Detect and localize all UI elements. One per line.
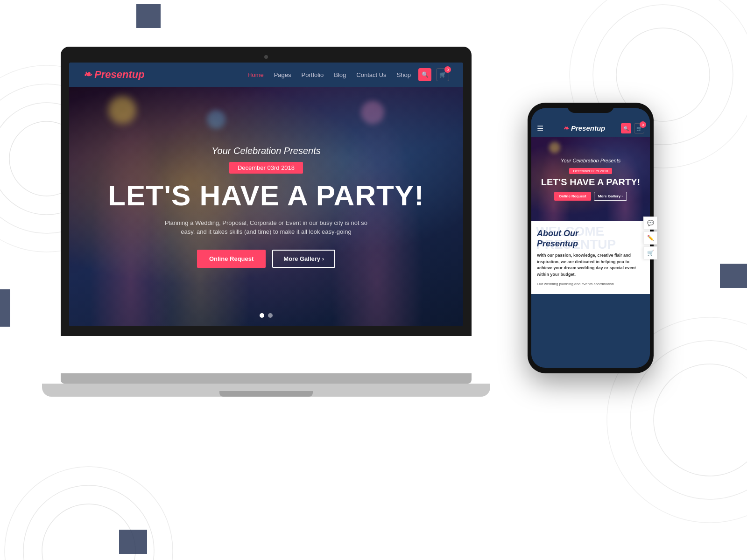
phone-about-subdescription: Our wedding planning and events coordina… <box>537 281 644 287</box>
nav-home[interactable]: Home <box>247 71 264 78</box>
hamburger-icon[interactable]: ☰ <box>537 124 543 133</box>
site-header: ❧ Presentup Home Pages Portfolio Blog Co… <box>69 63 463 87</box>
cart-badge: 0 <box>444 66 451 73</box>
phone-nav-icons: 🔍 🛒 0 <box>621 123 644 133</box>
phone-screen: ☰ ❧ Presentup 🔍 🛒 0 <box>531 108 650 368</box>
phone-about-section: WELCOME PRESENTUP About Our Presentup Wi… <box>531 221 650 294</box>
hero-dot-2[interactable] <box>268 313 273 318</box>
phone-cart-side-icon[interactable]: 🛒 <box>643 246 657 259</box>
phone-chat-icon[interactable]: 💬 <box>643 217 657 230</box>
laptop-screen: ❧ Presentup Home Pages Portfolio Blog Co… <box>69 63 463 326</box>
phone-about-title: About Our Presentup <box>537 229 644 249</box>
site-logo: ❧ Presentup <box>83 69 145 81</box>
phone-hero: Your Celebration Presents December 03rd … <box>531 137 650 221</box>
phone-notch <box>567 103 614 113</box>
laptop-camera <box>264 55 268 59</box>
hero-subtitle: Your Celebration Presents <box>108 146 424 156</box>
nav-blog[interactable]: Blog <box>334 71 346 78</box>
phone-cart-badge: 0 <box>640 121 646 128</box>
hero-dots <box>260 313 273 318</box>
phone-hero-date: December 03rd 2018 <box>569 168 612 174</box>
phone-edit-icon[interactable]: ✏️ <box>643 231 657 245</box>
phone-hero-title: LET'S HAVE A PARTY! <box>541 177 641 187</box>
svg-point-10 <box>654 364 747 476</box>
phone-hero-content: Your Celebration Presents December 03rd … <box>537 158 644 201</box>
nav-pages[interactable]: Pages <box>274 71 291 78</box>
svg-point-6 <box>5 467 173 560</box>
laptop-body: ❧ Presentup Home Pages Portfolio Blog Co… <box>61 47 472 336</box>
phone-side-icons: 💬 ✏️ 🛒 <box>643 217 657 259</box>
phone-more-gallery-button[interactable]: More Gallery › <box>594 192 627 201</box>
deco-square-2 <box>0 289 10 327</box>
phone-hero-subtitle: Your Celebration Presents <box>541 158 641 163</box>
deco-square-3 <box>720 264 747 288</box>
nav-icons: 🔍 🛒 0 <box>418 68 449 81</box>
hero-content: Your Celebration Presents December 03rd … <box>108 146 424 268</box>
laptop-base <box>42 384 490 397</box>
online-request-button[interactable]: Online Request <box>197 250 266 268</box>
laptop-bottom-bar <box>61 373 472 384</box>
hero-date-badge: December 03rd 2018 <box>229 162 303 174</box>
phone-about-description: With our passion, knowledge, creative fl… <box>537 252 644 278</box>
nav-portfolio[interactable]: Portfolio <box>302 71 324 78</box>
hero-dot-1[interactable] <box>260 313 264 318</box>
search-icon-btn[interactable]: 🔍 <box>418 68 431 81</box>
more-gallery-button[interactable]: More Gallery › <box>272 250 335 268</box>
deco-square-1 <box>136 4 161 28</box>
hero-buttons: Online Request More Gallery › <box>108 250 424 268</box>
site-nav: Home Pages Portfolio Blog Contact Us Sho… <box>247 71 411 78</box>
phone-search-icon[interactable]: 🔍 <box>621 123 631 133</box>
laptop-mockup: ❧ Presentup Home Pages Portfolio Blog Co… <box>61 47 472 397</box>
nav-contact[interactable]: Contact Us <box>356 71 386 78</box>
hero-description: Planning a Wedding, Proposal, Corporate … <box>163 218 369 237</box>
cart-icon-btn[interactable]: 🛒 0 <box>436 68 449 81</box>
phone-logo: ❧ Presentup <box>547 124 621 133</box>
phone-body: ☰ ❧ Presentup 🔍 🛒 0 <box>528 103 654 373</box>
hero-section: Your Celebration Presents December 03rd … <box>69 87 463 326</box>
hero-title: LET'S HAVE A PARTY! <box>108 181 424 210</box>
phone-hero-buttons: Online Request More Gallery › <box>541 192 641 201</box>
phone-mockup: ☰ ❧ Presentup 🔍 🛒 0 <box>528 103 654 383</box>
nav-shop[interactable]: Shop <box>397 71 411 78</box>
phone-cart-icon[interactable]: 🛒 0 <box>634 123 644 133</box>
phone-online-request-button[interactable]: Online Request <box>554 192 591 201</box>
deco-square-4 <box>119 530 147 554</box>
